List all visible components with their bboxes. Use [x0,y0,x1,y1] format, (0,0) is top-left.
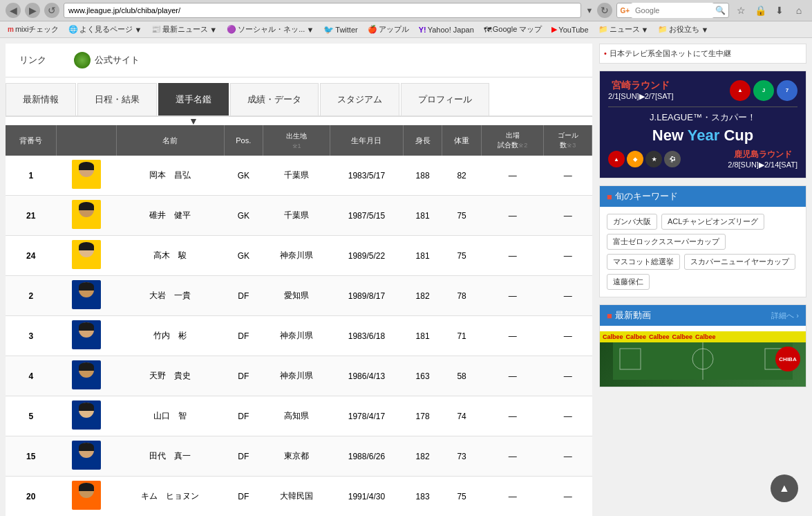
nyc-banner-section[interactable]: 宮崎ラウンド 2/1[SUN]▶2/7[SAT] ▲ J 7 J.LEAGUE™… [599,71,806,178]
player-height: 188 [403,156,442,196]
player-games: — [481,196,544,236]
nyc-top-row: 宮崎ラウンド 2/1[SUN]▶2/7[SAT] ▲ J 7 [608,80,797,101]
table-row[interactable]: 15 田代 真一 DF 東京都 1988/6/26 182 73 — — [6,436,592,477]
keyword-tag[interactable]: ガンバ大阪 [607,214,657,230]
kagoshima-label: 鹿児島ラウンド [728,149,797,160]
official-site-tab[interactable]: 公式サイト [60,46,153,74]
bookmark-twitter[interactable]: 🐦 Twitter [320,24,361,35]
player-dob: 1978/4/17 [330,396,404,436]
nyc-bottom-row: ▲ ◆ ★ ⚽ 鹿児島ラウンド 2/8[SUN]▶2/14[SAT] [608,149,797,169]
table-row[interactable]: 24 高木 駿 GK 神奈川県 1989/5/22 181 75 — — [6,236,592,276]
back-button[interactable]: ◀ [6,3,21,18]
tab-latest[interactable]: 最新情報 [6,83,76,116]
home-button[interactable]: ⌂ [791,3,806,18]
player-number: 20 [6,477,57,517]
header-number: 背番号 [6,125,57,156]
player-avatar [72,200,101,229]
tab-profile[interactable]: プロフィール [401,83,489,116]
address-bar[interactable] [64,3,581,18]
player-number: 5 [6,396,57,436]
tab-schedule[interactable]: 日程・結果 [77,83,157,116]
header-weight: 体重 [442,125,482,156]
player-weight: 74 [442,396,482,436]
bookmark-icon-yoku: 🌐 [68,25,78,34]
broadcast-text: 日本テレビ系全国ネットにて生中継 [600,44,806,63]
bookmark-yahoo[interactable]: Y! Yahoo! Japan [415,25,478,35]
keyword-tag[interactable]: ACLチャンピオンズリーグ [661,214,764,230]
lock-button[interactable]: 🔒 [753,3,768,18]
player-birthplace: 千葉県 [263,196,330,236]
scroll-top-button[interactable]: ▲ [771,474,798,502]
bookmark-news2[interactable]: 📁 ニュース▼ [595,24,652,35]
header-photo [57,125,117,156]
player-pos: DF [224,477,263,517]
video-detail-link[interactable]: 詳細へ › [771,311,799,321]
player-birthplace: 神奈川県 [263,356,330,396]
keyword-tag[interactable]: マスコット総選挙 [607,254,680,270]
player-pos: GK [224,196,263,236]
video-header-bar: 最新動画 詳細へ › [600,305,806,326]
team-logo-5: ◆ [627,151,643,167]
player-number: 15 [6,436,57,477]
team-logo-1: ▲ [730,80,750,101]
bookmark-news[interactable]: 📰 最新ニュース▼ [148,24,220,35]
bookmark-star-button[interactable]: ☆ [733,3,748,18]
table-row[interactable]: 2 大岩 一貴 DF 愛知県 1989/8/17 182 78 — — [6,276,592,316]
tab-stadium[interactable]: スタジアム [320,83,399,116]
player-birthplace: 東京都 [263,436,330,477]
tab-players[interactable]: 選手名鑑 [158,83,229,116]
player-pos: DF [224,276,263,316]
main-content: リンク 公式サイト 最新情報 日程・結果 選手名鑑 成績・データ スタジアム プ… [0,38,812,516]
player-name: 天野 貴史 [117,356,224,396]
player-games: — [481,436,544,477]
reload-button[interactable]: ↻ [597,3,612,18]
search-input[interactable] [631,3,714,18]
bookmark-apple[interactable]: 🍎 アップル [364,24,413,35]
player-weight: 82 [442,156,482,196]
left-panel: リンク 公式サイト 最新情報 日程・結果 選手名鑑 成績・データ スタジアム プ… [6,44,592,516]
player-goals: — [544,276,592,316]
bookmark-social[interactable]: 🟣 ソーシャル・ネッ...▼ [223,24,317,35]
refresh-button[interactable]: ↺ [44,3,59,18]
search-button[interactable]: 🔍 [715,6,726,15]
player-weight: 71 [442,316,482,356]
table-row[interactable]: 5 山口 智 DF 高知県 1978/4/17 178 74 — — [6,396,592,436]
player-number: 24 [6,236,57,276]
bookmark-youtube[interactable]: ▶ YouTube [548,24,592,35]
header-birthplace: 出生地※1 [263,125,330,156]
player-name: 大岩 一貴 [117,276,224,316]
player-birthplace: 千葉県 [263,156,330,196]
bookmark-mixi[interactable]: m mixiチェック [4,24,62,35]
player-dob: 1983/5/17 [330,156,404,196]
browser-chrome: ◀ ▶ ↺ ▼ ↻ G+ 🔍 ☆ 🔒 ⬇ ⌂ [0,0,812,21]
table-row[interactable]: 1 岡本 昌弘 GK 千葉県 1983/5/17 188 82 — — [6,156,592,196]
player-avatar-cell [57,477,117,517]
table-row[interactable]: 21 碓井 健平 GK 千葉県 1987/5/15 181 75 — — [6,196,592,236]
search-engine-icon: G+ [620,7,630,15]
bookmark-useful[interactable]: 📁 お役立ち▼ [654,24,712,35]
table-row[interactable]: 20 キム ヒョヌン DF 大韓民国 1991/4/30 183 75 — — [6,477,592,517]
forward-button[interactable]: ▶ [25,3,40,18]
bookmark-gmap[interactable]: 🗺 Google マップ [480,24,546,35]
team-logo-3: 7 [777,80,797,101]
bookmarks-bar: m mixiチェック 🌐 よく見るページ▼ 📰 最新ニュース▼ 🟣 ソーシャル・… [0,21,812,38]
download-button[interactable]: ⬇ [772,3,787,18]
video-team-emblem: CHIBA [775,347,800,371]
tab-results[interactable]: 成績・データ [230,83,319,116]
keyword-tag[interactable]: 富士ゼロックススーパーカップ [607,234,726,250]
player-number: 4 [6,356,57,396]
table-row[interactable]: 4 天野 貴史 DF 神奈川県 1986/4/13 163 58 — — [6,356,592,396]
keyword-tag[interactable]: スカパーニューイヤーカップ [684,254,795,270]
link-tab[interactable]: リンク [6,48,60,72]
player-height: 178 [403,396,442,436]
video-thumbnail[interactable]: Calbee Calbee Calbee Calbee Calbee CHIBA [600,331,806,387]
table-row[interactable]: 3 竹内 彬 DF 神奈川県 1983/6/18 181 71 — — [6,316,592,356]
player-avatar-cell [57,396,117,436]
soccer-field-svg [613,338,793,380]
tab-navigation: 最新情報 日程・結果 選手名鑑 成績・データ スタジアム プロフィール [6,83,592,117]
player-birthplace: 神奈川県 [263,236,330,276]
player-height: 163 [403,356,442,396]
bookmark-yoku[interactable]: 🌐 よく見るページ▼ [65,24,145,35]
keyword-tag[interactable]: 遠藤保仁 [607,274,650,290]
player-weight: 78 [442,276,482,316]
